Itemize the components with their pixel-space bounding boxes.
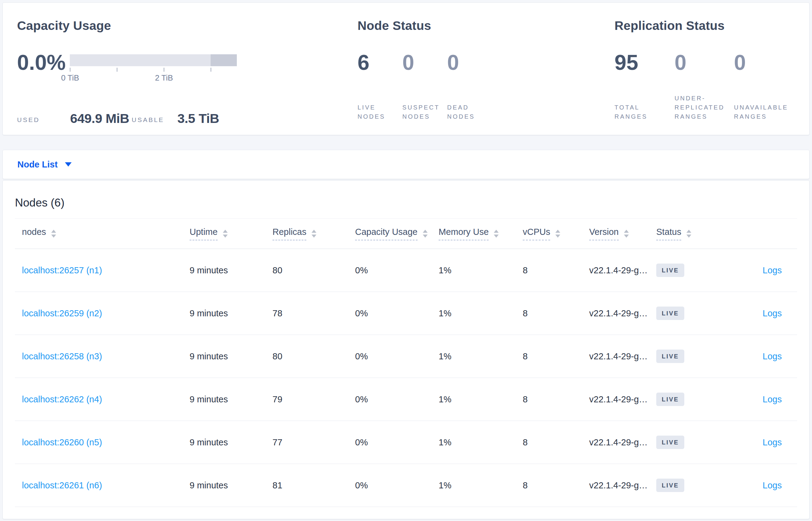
table-row: localhost:26261 (n6) 9 minutes 81 0% 1% …	[15, 464, 797, 507]
vcpus-cell: 8	[523, 265, 589, 275]
unavailable-ranges-label: UNAVAILABLE RANGES	[734, 103, 788, 121]
table-row: localhost:26260 (n5) 9 minutes 77 0% 1% …	[15, 421, 797, 464]
column-header-memory-use[interactable]: Memory Use	[438, 227, 523, 240]
logs-link[interactable]: Logs	[763, 437, 782, 447]
under-replicated-ranges-count: 0	[674, 50, 687, 75]
logs-link[interactable]: Logs	[763, 394, 782, 404]
logs-link[interactable]: Logs	[763, 265, 782, 275]
memory-cell: 1%	[438, 309, 523, 318]
total-ranges-count: 95	[615, 50, 638, 75]
version-cell: v22.1.4-29-g…	[589, 480, 656, 491]
status-badge: LIVE	[656, 307, 684, 320]
table-row: localhost:26259 (n2) 9 minutes 78 0% 1% …	[15, 292, 797, 335]
axis-tick	[70, 68, 70, 72]
memory-cell: 1%	[438, 394, 523, 405]
used-label: USED	[17, 116, 40, 123]
capacity-cell: 0%	[355, 394, 438, 405]
uptime-cell: 9 minutes	[190, 352, 272, 361]
column-header-vcpus[interactable]: vCPUs	[523, 227, 589, 240]
column-header-uptime[interactable]: Uptime	[190, 227, 272, 240]
version-cell: v22.1.4-29-g…	[589, 437, 656, 448]
version-cell: v22.1.4-29-g…	[589, 394, 656, 405]
unavailable-ranges-count: 0	[734, 50, 746, 75]
status-badge: LIVE	[656, 392, 684, 406]
version-cell: v22.1.4-29-g…	[589, 352, 656, 361]
node-list-dropdown-label: Node List	[17, 160, 57, 169]
replicas-cell: 78	[272, 309, 355, 318]
under-replicated-ranges-label: UNDER- REPLICATED RANGES	[674, 94, 734, 121]
uptime-cell: 9 minutes	[190, 394, 272, 405]
uptime-cell: 9 minutes	[190, 265, 272, 275]
logs-link[interactable]: Logs	[763, 352, 782, 361]
memory-cell: 1%	[438, 265, 523, 275]
status-badge: LIVE	[656, 264, 684, 277]
capacity-cell: 0%	[355, 309, 438, 318]
uptime-cell: 9 minutes	[190, 437, 272, 448]
node-link[interactable]: localhost:26259 (n2)	[22, 309, 102, 318]
sort-icon	[311, 230, 316, 237]
capacity-used-percent: 0.0%	[17, 50, 66, 75]
total-ranges-label: TOTAL RANGES	[615, 103, 674, 121]
axis-tick	[164, 68, 164, 72]
memory-cell: 1%	[438, 352, 523, 361]
table-row: localhost:26258 (n3) 9 minutes 80 0% 1% …	[15, 335, 797, 378]
uptime-cell: 9 minutes	[190, 309, 272, 318]
vcpus-cell: 8	[523, 352, 589, 361]
column-header-status[interactable]: Status	[656, 227, 760, 240]
column-header-capacity-usage[interactable]: Capacity Usage	[355, 227, 438, 240]
status-badge: LIVE	[656, 436, 684, 449]
status-badge: LIVE	[656, 349, 684, 363]
node-link[interactable]: localhost:26257 (n1)	[22, 265, 102, 275]
nodes-table-title: Nodes (6)	[15, 197, 64, 209]
dead-nodes-label: DEAD NODES	[447, 103, 475, 121]
column-header-version[interactable]: Version	[589, 227, 656, 240]
sort-icon	[223, 230, 228, 237]
column-header-replicas[interactable]: Replicas	[272, 227, 355, 240]
sort-icon	[624, 230, 629, 237]
capacity-cell: 0%	[355, 480, 438, 491]
replication-status-title: Replication Status	[615, 19, 724, 33]
live-nodes-label: LIVE NODES	[358, 103, 402, 121]
axis-tick	[211, 68, 211, 72]
suspect-nodes-count: 0	[402, 50, 414, 75]
sort-icon	[494, 230, 499, 237]
capacity-cell: 0%	[355, 265, 438, 275]
view-selector-bar: Node List	[2, 150, 810, 179]
sort-icon	[555, 230, 560, 237]
replicas-cell: 81	[272, 480, 355, 491]
nodes-table-panel: Nodes (6) nodes Uptime Replicas Capacity…	[2, 180, 810, 519]
chevron-down-icon	[65, 162, 72, 166]
memory-cell: 1%	[438, 437, 523, 448]
usable-value: 3.5 TiB	[177, 111, 219, 126]
node-link[interactable]: localhost:26258 (n3)	[22, 352, 102, 361]
live-nodes-count: 6	[358, 50, 369, 75]
sort-icon	[687, 230, 691, 237]
logs-link[interactable]: Logs	[763, 309, 782, 318]
table-row: localhost:26257 (n1) 9 minutes 80 0% 1% …	[15, 249, 797, 292]
node-list-dropdown[interactable]: Node List	[17, 150, 72, 179]
memory-cell: 1%	[438, 480, 523, 491]
capacity-usage-title: Capacity Usage	[17, 19, 111, 33]
capacity-usage-bar	[70, 54, 237, 66]
replicas-cell: 80	[272, 352, 355, 361]
replicas-cell: 77	[272, 437, 355, 448]
cluster-summary-panel: Capacity Usage 0.0% 0 TiB 2 TiB USED 649…	[2, 2, 810, 135]
capacity-cell: 0%	[355, 352, 438, 361]
nodes-table: nodes Uptime Replicas Capacity Usage Mem…	[15, 219, 797, 507]
vcpus-cell: 8	[523, 480, 589, 491]
table-row: localhost:26262 (n4) 9 minutes 79 0% 1% …	[15, 378, 797, 421]
uptime-cell: 9 minutes	[190, 480, 272, 491]
node-link[interactable]: localhost:26262 (n4)	[22, 394, 102, 404]
table-header-row: nodes Uptime Replicas Capacity Usage Mem…	[15, 219, 797, 249]
dead-nodes-count: 0	[447, 50, 459, 75]
status-badge: LIVE	[656, 479, 684, 492]
logs-link[interactable]: Logs	[763, 480, 782, 490]
version-cell: v22.1.4-29-g…	[589, 309, 656, 318]
capacity-bar-reserved-segment	[211, 54, 237, 66]
node-link[interactable]: localhost:26261 (n6)	[22, 480, 102, 490]
replicas-cell: 80	[272, 265, 355, 275]
node-status-title: Node Status	[358, 19, 431, 33]
suspect-nodes-label: SUSPECT NODES	[402, 103, 447, 121]
column-header-nodes[interactable]: nodes	[15, 227, 190, 240]
node-link[interactable]: localhost:26260 (n5)	[22, 437, 102, 447]
